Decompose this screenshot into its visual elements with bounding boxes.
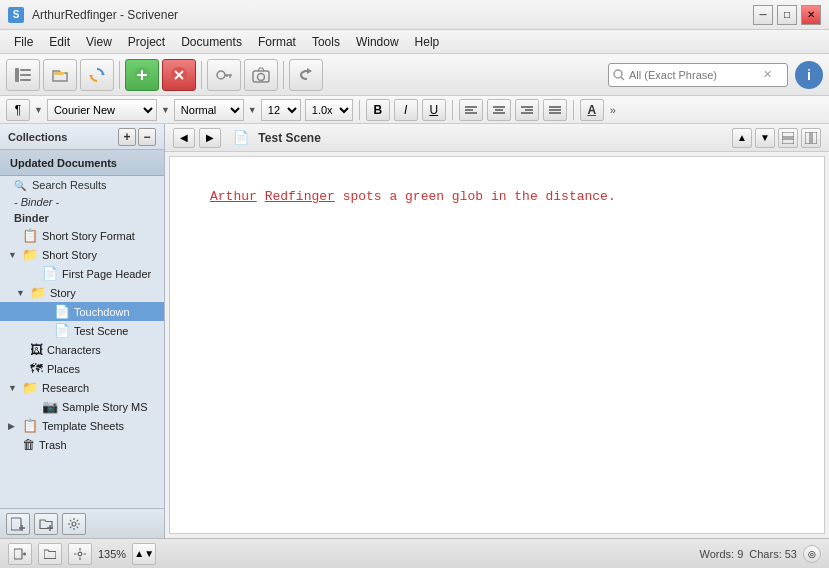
- tree-item-short-story-format[interactable]: 📋 Short Story Format: [0, 226, 164, 245]
- binder-toggle-button[interactable]: [6, 59, 40, 91]
- tree-item-template-sheets[interactable]: ▶ 📋 Template Sheets: [0, 416, 164, 435]
- places-icon: 🗺: [30, 361, 43, 376]
- editor-content[interactable]: Arthur Redfinger spots a green glob in t…: [169, 156, 825, 534]
- tree-item-short-story[interactable]: ▼ 📁 Short Story: [0, 245, 164, 264]
- tree-item-test-scene[interactable]: 📄 Test Scene: [0, 321, 164, 340]
- minimize-button[interactable]: ─: [753, 5, 773, 25]
- search-clear-button[interactable]: ✕: [763, 68, 772, 81]
- snapshot-button[interactable]: [244, 59, 278, 91]
- search-box: ✕: [608, 63, 788, 87]
- style-arrow: ▼: [248, 105, 257, 115]
- size-selector[interactable]: 12: [261, 99, 301, 121]
- binder-minus-item[interactable]: - Binder -: [0, 194, 164, 210]
- text-redfinger: Redfinger: [265, 189, 335, 204]
- tree-toggle: ▼: [8, 383, 22, 393]
- tree-item-places[interactable]: 🗺 Places: [0, 359, 164, 378]
- zoom-stepper[interactable]: ▲▼: [132, 543, 156, 565]
- history-back-button[interactable]: [289, 59, 323, 91]
- tree-item-research[interactable]: ▼ 📁 Research: [0, 378, 164, 397]
- editor-area: ◀ ▶ 📄 Test Scene ▲ ▼ Arthur: [165, 124, 829, 538]
- bookmark-down-button[interactable]: ▼: [755, 128, 775, 148]
- underline-button[interactable]: U: [422, 99, 446, 121]
- menu-file[interactable]: File: [6, 33, 41, 51]
- status-settings-button[interactable]: [68, 543, 92, 565]
- open-button[interactable]: [43, 59, 77, 91]
- sync-button[interactable]: [80, 59, 114, 91]
- key-button[interactable]: [207, 59, 241, 91]
- search-results-item[interactable]: 🔍 Search Results: [0, 176, 164, 194]
- collections-buttons: + −: [118, 128, 156, 146]
- add-button[interactable]: [125, 59, 159, 91]
- collections-label: Collections: [8, 131, 67, 143]
- updated-docs-tab[interactable]: Updated Documents: [0, 150, 164, 176]
- fmt-sep-3: [573, 100, 574, 120]
- app-icon: S: [8, 7, 24, 23]
- maximize-button[interactable]: □: [777, 5, 797, 25]
- toolbar-sep-1: [119, 61, 120, 89]
- story-icon: 📁: [30, 285, 46, 300]
- sidebar-add-doc-button[interactable]: [6, 513, 30, 535]
- menu-documents[interactable]: Documents: [173, 33, 250, 51]
- window-title: ArthurRedfinger - Scrivener: [32, 8, 753, 22]
- split-horizontal-button[interactable]: [778, 128, 798, 148]
- close-button[interactable]: ✕: [801, 5, 821, 25]
- justify-button[interactable]: [543, 99, 567, 121]
- search-input[interactable]: [629, 69, 759, 81]
- fmt-sep-2: [452, 100, 453, 120]
- style-selector[interactable]: Normal: [174, 99, 244, 121]
- svg-point-37: [72, 522, 76, 526]
- align-center-button[interactable]: [487, 99, 511, 121]
- align-left-button[interactable]: [459, 99, 483, 121]
- tree-item-first-page-header[interactable]: 📄 First Page Header: [0, 264, 164, 283]
- status-add-button[interactable]: [8, 543, 32, 565]
- collections-add-button[interactable]: +: [118, 128, 136, 146]
- font-selector[interactable]: Courier New: [47, 99, 157, 121]
- bold-button[interactable]: B: [366, 99, 390, 121]
- menu-format[interactable]: Format: [250, 33, 304, 51]
- format-overflow-button[interactable]: »: [610, 104, 616, 116]
- paragraph-marker-button[interactable]: ¶: [6, 99, 30, 121]
- nav-forward-button[interactable]: ▶: [199, 128, 221, 148]
- spacing-selector[interactable]: 1.0x: [305, 99, 353, 121]
- short-story-icon: 📁: [22, 247, 38, 262]
- menu-tools[interactable]: Tools: [304, 33, 348, 51]
- target-button[interactable]: ◎: [803, 545, 821, 563]
- sidebar-settings-button[interactable]: [62, 513, 86, 535]
- sidebar-add-folder-button[interactable]: [34, 513, 58, 535]
- binder-item[interactable]: Binder: [0, 210, 164, 226]
- align-right-button[interactable]: [515, 99, 539, 121]
- menu-project[interactable]: Project: [120, 33, 173, 51]
- tree-item-story[interactable]: ▼ 📁 Story: [0, 283, 164, 302]
- info-button[interactable]: i: [795, 61, 823, 89]
- split-vertical-button[interactable]: [801, 128, 821, 148]
- tree-item-sample-story-ms[interactable]: 📷 Sample Story MS: [0, 397, 164, 416]
- menu-window[interactable]: Window: [348, 33, 407, 51]
- svg-point-17: [258, 73, 265, 80]
- menu-view[interactable]: View: [78, 33, 120, 51]
- short-story-format-icon: 📋: [22, 228, 38, 243]
- collections-remove-button[interactable]: −: [138, 128, 156, 146]
- nav-back-button[interactable]: ◀: [173, 128, 195, 148]
- editor-title-icon: 📄: [233, 130, 249, 145]
- zoom-level: 135%: [98, 548, 126, 560]
- font-arrow: ▼: [161, 105, 170, 115]
- editor-text: Arthur Redfinger spots a green glob in t…: [210, 187, 784, 208]
- delete-button[interactable]: [162, 59, 196, 91]
- menu-help[interactable]: Help: [407, 33, 448, 51]
- bookmark-up-button[interactable]: ▲: [732, 128, 752, 148]
- svg-rect-42: [14, 549, 22, 559]
- status-folder-button[interactable]: [38, 543, 62, 565]
- tree-item-characters[interactable]: 🖼 Characters: [0, 340, 164, 359]
- svg-rect-39: [782, 139, 794, 144]
- text-color-button[interactable]: A: [580, 99, 604, 121]
- menu-edit[interactable]: Edit: [41, 33, 78, 51]
- svg-rect-3: [20, 79, 31, 81]
- tree-item-trash[interactable]: 🗑 Trash: [0, 435, 164, 454]
- title-bar: S ArthurRedfinger - Scrivener ─ □ ✕: [0, 0, 829, 30]
- main-toolbar: ✕ i: [0, 54, 829, 96]
- paragraph-marker-arrow: ▼: [34, 105, 43, 115]
- toolbar-sep-2: [201, 61, 202, 89]
- italic-button[interactable]: I: [394, 99, 418, 121]
- svg-line-19: [621, 77, 624, 80]
- tree-item-touchdown[interactable]: 📄 Touchdown: [0, 302, 164, 321]
